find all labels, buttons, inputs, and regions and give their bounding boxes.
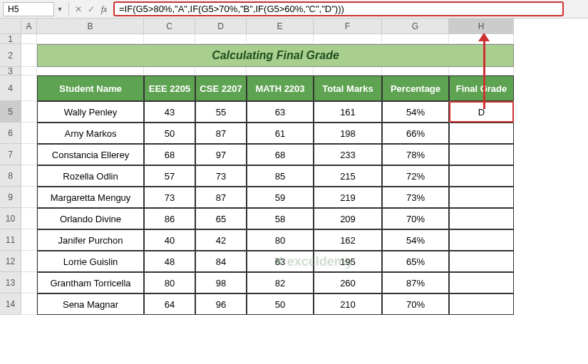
fx-icon[interactable]: fx [98, 3, 110, 16]
cell[interactable] [37, 34, 144, 44]
cell[interactable] [382, 67, 449, 76]
final-grade[interactable] [449, 251, 514, 272]
total-marks[interactable]: 233 [314, 144, 382, 165]
math-score[interactable]: 59 [247, 187, 314, 208]
title-cell[interactable]: Calculating Final Grade [37, 44, 514, 67]
name-box[interactable]: H5 [3, 2, 54, 16]
percentage[interactable]: 70% [382, 293, 449, 315]
cell[interactable] [21, 272, 37, 293]
cell[interactable] [449, 34, 514, 44]
eee-score[interactable]: 73 [144, 187, 195, 208]
formula-input[interactable]: =IF(G5>80%,"A",IF(G5>70%,"B",IF(G5>60%,"… [113, 1, 564, 16]
eee-score[interactable]: 43 [144, 101, 195, 123]
student-name[interactable]: Wally Penley [37, 101, 144, 123]
final-grade[interactable] [449, 272, 514, 293]
percentage[interactable]: 87% [382, 272, 449, 293]
percentage[interactable]: 78% [382, 144, 449, 165]
percentage[interactable]: 73% [382, 187, 449, 208]
student-name[interactable]: Margaretta Menguy [37, 187, 144, 208]
percentage[interactable]: 65% [382, 251, 449, 272]
math-score[interactable]: 63 [247, 101, 314, 123]
row-header-7[interactable]: 7 [0, 144, 21, 165]
final-grade[interactable] [449, 144, 514, 165]
final-grade[interactable] [449, 208, 514, 229]
col-header-C[interactable]: C [144, 19, 195, 34]
percentage[interactable]: 66% [382, 123, 449, 144]
cell[interactable] [449, 67, 514, 76]
eee-score[interactable]: 68 [144, 144, 195, 165]
row-header-8[interactable]: 8 [0, 165, 21, 187]
cell[interactable] [21, 187, 37, 208]
total-marks[interactable]: 209 [314, 208, 382, 229]
row-header-4[interactable]: 4 [0, 76, 21, 101]
total-marks[interactable]: 162 [314, 229, 382, 251]
col-header-H[interactable]: H [449, 19, 514, 34]
percentage[interactable]: 72% [382, 165, 449, 187]
total-marks[interactable]: 198 [314, 123, 382, 144]
math-score[interactable]: 80 [247, 229, 314, 251]
final-grade[interactable] [449, 123, 514, 144]
col-header-A[interactable]: A [21, 19, 37, 34]
total-marks[interactable]: 210 [314, 293, 382, 315]
cell[interactable] [144, 34, 195, 44]
row-header-6[interactable]: 6 [0, 123, 21, 144]
total-marks[interactable]: 195 [314, 251, 382, 272]
student-name[interactable]: Grantham Torricella [37, 272, 144, 293]
row-header-2[interactable]: 2 [0, 44, 21, 67]
col-header-D[interactable]: D [195, 19, 247, 34]
percentage[interactable]: 54% [382, 101, 449, 123]
enter-icon[interactable]: ✓ [85, 3, 98, 16]
select-all-corner[interactable] [0, 19, 21, 34]
row-header-11[interactable]: 11 [0, 229, 21, 251]
cell[interactable] [21, 229, 37, 251]
student-name[interactable]: Lorrie Guislin [37, 251, 144, 272]
percentage[interactable]: 54% [382, 229, 449, 251]
total-marks[interactable]: 219 [314, 187, 382, 208]
name-box-dropdown-icon[interactable]: ▼ [54, 6, 66, 13]
math-score[interactable]: 85 [247, 165, 314, 187]
eee-score[interactable]: 50 [144, 123, 195, 144]
cse-score[interactable]: 84 [195, 251, 247, 272]
cse-score[interactable]: 73 [195, 165, 247, 187]
cell[interactable] [21, 101, 37, 123]
eee-score[interactable]: 86 [144, 208, 195, 229]
student-name[interactable]: Orlando Divine [37, 208, 144, 229]
row-header-10[interactable]: 10 [0, 208, 21, 229]
cell[interactable] [247, 34, 314, 44]
eee-score[interactable]: 80 [144, 272, 195, 293]
cell[interactable] [382, 34, 449, 44]
cell[interactable] [21, 123, 37, 144]
total-marks[interactable]: 161 [314, 101, 382, 123]
final-grade[interactable] [449, 229, 514, 251]
cell[interactable] [21, 208, 37, 229]
student-name[interactable]: Rozella Odlin [37, 165, 144, 187]
final-grade[interactable] [449, 165, 514, 187]
final-grade[interactable] [449, 187, 514, 208]
total-marks[interactable]: 215 [314, 165, 382, 187]
cse-score[interactable]: 42 [195, 229, 247, 251]
final-grade[interactable]: D [449, 101, 514, 123]
student-name[interactable]: Constancia Ellerey [37, 144, 144, 165]
header-f[interactable]: Total Marks [314, 76, 382, 101]
row-header-5[interactable]: 5 [0, 101, 21, 123]
math-score[interactable]: 68 [247, 144, 314, 165]
header-h[interactable]: Final Grade [449, 76, 514, 101]
cancel-icon[interactable]: ✕ [72, 3, 85, 16]
eee-score[interactable]: 64 [144, 293, 195, 315]
row-header-12[interactable]: 12 [0, 251, 21, 272]
math-score[interactable]: 82 [247, 272, 314, 293]
cse-score[interactable]: 87 [195, 187, 247, 208]
cse-score[interactable]: 55 [195, 101, 247, 123]
cell[interactable] [21, 251, 37, 272]
cell[interactable] [21, 293, 37, 315]
cell[interactable] [247, 67, 314, 76]
student-name[interactable]: Sena Magnar [37, 293, 144, 315]
row-header-14[interactable]: 14 [0, 293, 21, 315]
row-header-3[interactable]: 3 [0, 67, 21, 76]
cell[interactable] [195, 34, 247, 44]
cell[interactable] [314, 67, 382, 76]
cse-score[interactable]: 96 [195, 293, 247, 315]
percentage[interactable]: 70% [382, 208, 449, 229]
cse-score[interactable]: 87 [195, 123, 247, 144]
math-score[interactable]: 50 [247, 293, 314, 315]
